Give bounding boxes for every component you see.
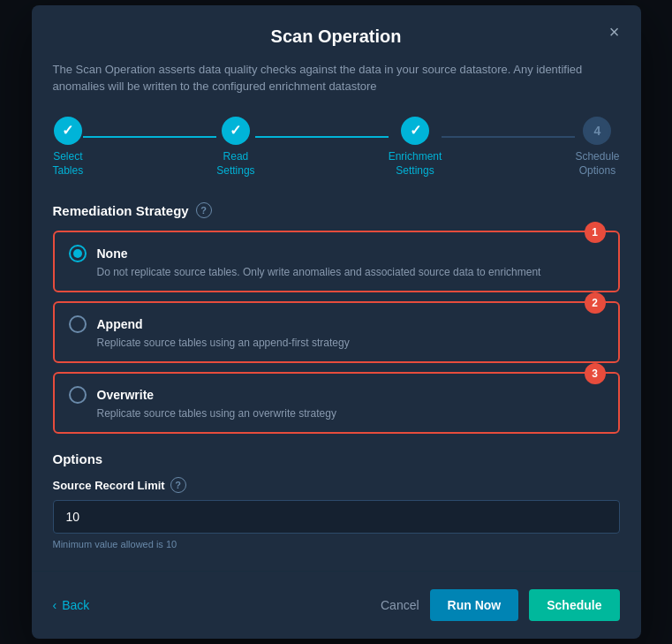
- step-label-enrichment-settings: EnrichmentSettings: [389, 150, 442, 178]
- connector-1: [83, 136, 216, 138]
- step-read-settings: ✓ ReadSettings: [216, 117, 254, 178]
- modal-description: The Scan Operation asserts data quality …: [53, 61, 620, 95]
- strategy-top-overwrite: Overwrite: [69, 386, 604, 404]
- field-label-text: Source Record Limit: [53, 479, 165, 492]
- source-record-limit-input[interactable]: [53, 500, 620, 534]
- step-circle-enrichment-settings: ✓: [401, 117, 429, 145]
- checkmark-icon: ✓: [62, 122, 73, 139]
- strategy-option-overwrite[interactable]: Overwrite Replicate source tables using …: [53, 372, 620, 434]
- scan-operation-modal: Scan Operation × The Scan Operation asse…: [32, 5, 641, 639]
- strategy-option-append[interactable]: Append Replicate source tables using an …: [53, 301, 620, 363]
- step-select-tables: ✓ SelectTables: [53, 117, 84, 178]
- modal-header: Scan Operation ×: [32, 5, 641, 61]
- strategy-desc-append: Replicate source tables using an append-…: [97, 337, 604, 349]
- strategy-desc-overwrite: Replicate source tables using an overwri…: [97, 407, 604, 420]
- modal-title: Scan Operation: [53, 27, 620, 47]
- step-label-read-settings: ReadSettings: [216, 150, 254, 178]
- footer-right: Cancel Run Now Schedule: [381, 589, 620, 621]
- step-circle-schedule-options: 4: [583, 117, 611, 145]
- strategy-top-append: Append: [69, 315, 604, 333]
- radio-overwrite[interactable]: [69, 386, 87, 404]
- checkmark-icon-2: ✓: [230, 122, 241, 139]
- radio-append[interactable]: [69, 315, 87, 333]
- step-circle-select-tables: ✓: [54, 117, 82, 145]
- source-record-limit-help-icon[interactable]: ?: [170, 477, 186, 493]
- badge-3: 3: [585, 363, 606, 384]
- connector-2: [255, 136, 389, 138]
- modal-overlay: Scan Operation × The Scan Operation asse…: [0, 0, 672, 644]
- connector-3: [442, 136, 575, 138]
- options-title: Options: [53, 451, 620, 466]
- step-circle-read-settings: ✓: [222, 117, 250, 145]
- stepper: ✓ SelectTables ✓ ReadSettings ✓ E: [53, 117, 620, 178]
- badge-2: 2: [585, 292, 606, 314]
- back-chevron-icon: ‹: [53, 598, 57, 612]
- strategy-desc-none: Do not replicate source tables. Only wri…: [97, 266, 604, 278]
- step-schedule-options: 4 ScheduleOptions: [575, 117, 619, 178]
- back-button[interactable]: ‹ Back: [53, 598, 90, 612]
- badge-1: 1: [585, 222, 606, 243]
- cancel-button[interactable]: Cancel: [381, 598, 419, 612]
- modal-body: The Scan Operation asserts data quality …: [32, 61, 641, 571]
- modal-footer: ‹ Back Cancel Run Now Schedule: [32, 571, 641, 639]
- step-label-select-tables: SelectTables: [53, 150, 84, 178]
- remediation-strategy-section: Remediation Strategy ?: [53, 202, 620, 218]
- run-now-button[interactable]: Run Now: [430, 589, 519, 621]
- step-label-schedule-options: ScheduleOptions: [575, 150, 619, 178]
- strategy-top-none: None: [69, 245, 604, 262]
- options-section: Options Source Record Limit ? Minimum va…: [53, 451, 620, 549]
- source-record-limit-label: Source Record Limit ?: [53, 477, 620, 493]
- source-record-limit-hint: Minimum value allowed is 10: [53, 539, 620, 549]
- schedule-button[interactable]: Schedule: [529, 589, 619, 621]
- strategy-name-append: Append: [97, 317, 143, 331]
- strategy-name-none: None: [97, 246, 128, 261]
- close-button[interactable]: ×: [602, 19, 627, 44]
- radio-none[interactable]: [69, 245, 87, 262]
- remediation-title: Remediation Strategy: [53, 203, 189, 218]
- strategy-option-none[interactable]: None Do not replicate source tables. Onl…: [53, 231, 620, 292]
- back-label: Back: [62, 598, 89, 612]
- radio-inner-none: [73, 249, 82, 258]
- strategy-name-overwrite: Overwrite: [97, 388, 155, 402]
- checkmark-icon-3: ✓: [410, 122, 421, 139]
- step-enrichment-settings: ✓ EnrichmentSettings: [389, 117, 442, 178]
- remediation-help-icon[interactable]: ?: [196, 202, 212, 218]
